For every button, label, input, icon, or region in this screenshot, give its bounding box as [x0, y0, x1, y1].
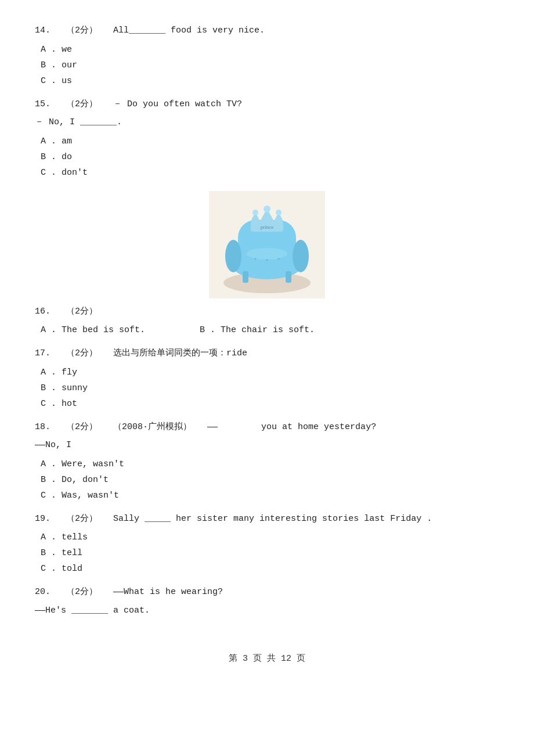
chair-image-container: prince + + +: [35, 191, 499, 298]
q19-option-b: B . tell: [41, 545, 499, 561]
q17-option-a-label: A .: [41, 368, 56, 377]
q17-option-c-label: C .: [41, 399, 56, 409]
q14-number: 14.: [35, 26, 50, 35]
question-20-title: 20. （2分） ——What is he wearing?: [35, 585, 499, 600]
question-18-title: 18. （2分） （2008·广州模拟） —— you at home yest…: [35, 420, 499, 435]
q19-number: 19.: [35, 514, 50, 524]
svg-rect-20: [286, 271, 291, 283]
q19-option-b-text: tell: [62, 548, 82, 558]
q17-text: 选出与所给单词同类的一项：ride: [113, 348, 247, 358]
q15-option-b-text: do: [62, 152, 72, 162]
q17-option-b-label: B .: [41, 383, 56, 393]
q15-subtext: － No, I _______.: [35, 117, 122, 127]
q14-option-a-text: we: [62, 45, 72, 55]
q18-option-a: A . Were, wasn't: [41, 456, 499, 472]
q16-number: 16.: [35, 307, 50, 316]
q15-option-c: C . don't: [41, 165, 499, 181]
q16-option-b: B . The chair is soft.: [200, 322, 315, 338]
q18-option-a-label: A .: [41, 459, 56, 469]
svg-point-6: [293, 240, 309, 272]
svg-point-13: [276, 210, 282, 215]
q18-number: 18.: [35, 422, 50, 432]
q17-option-b-text: sunny: [62, 383, 88, 393]
q18-option-b-label: B .: [41, 475, 56, 485]
question-16: 16. （2分） A . The bed is soft. B . The ch…: [35, 304, 499, 339]
q15-option-a-label: A .: [41, 136, 56, 146]
q15-option-c-text: don't: [62, 168, 88, 178]
question-17: 17. （2分） 选出与所给单词同类的一项：ride A . fly B . s…: [35, 346, 499, 412]
q18-option-c-label: C .: [41, 491, 56, 501]
question-20-subtext: ——He's _______ a coat.: [35, 603, 499, 618]
q14-option-b-text: our: [62, 60, 77, 70]
q19-text: Sally _____ her sister many interesting …: [113, 514, 432, 524]
question-14-title: 14. （2分） All_______ food is very nice.: [35, 23, 499, 38]
q19-option-a-label: A .: [41, 532, 56, 542]
q19-points: （2分）: [66, 514, 98, 524]
q19-option-b-label: B .: [41, 548, 56, 558]
q18-option-a-text: Were, wasn't: [62, 459, 124, 469]
q15-number: 15.: [35, 99, 50, 109]
q18-extra: （2008·广州模拟）: [113, 422, 192, 432]
q14-option-b-label: B .: [41, 60, 56, 70]
svg-point-11: [252, 210, 258, 215]
q14-option-a: A . we: [41, 42, 499, 57]
q17-points: （2分）: [66, 348, 98, 358]
q14-option-a-label: A .: [41, 45, 56, 55]
q14-option-b: B . our: [41, 57, 499, 73]
q14-option-c-text: us: [62, 76, 72, 86]
question-20: 20. （2分） ——What is he wearing? ——He's __…: [35, 585, 499, 618]
question-19-title: 19. （2分） Sally _____ her sister many int…: [35, 512, 499, 527]
question-15-subtext: － No, I _______.: [35, 115, 499, 130]
q17-option-a-text: fly: [62, 368, 77, 377]
question-16-title: 16. （2分）: [35, 304, 499, 319]
question-19: 19. （2分） Sally _____ her sister many int…: [35, 512, 499, 577]
q20-subtext: ——He's _______ a coat.: [35, 606, 150, 615]
question-14: 14. （2分） All_______ food is very nice. A…: [35, 23, 499, 89]
q17-number: 17.: [35, 348, 50, 358]
q14-text: All_______ food is very nice.: [113, 26, 265, 35]
q16-option-a-label: A .: [41, 325, 56, 335]
q17-option-c: C . hot: [41, 396, 499, 412]
svg-text:prince: prince: [261, 224, 274, 230]
svg-point-5: [225, 240, 241, 272]
q20-text: ——What is he wearing?: [113, 587, 223, 597]
q19-option-a: A . tells: [41, 530, 499, 545]
q15-option-b-label: B .: [41, 152, 56, 162]
q17-option-a: A . fly: [41, 365, 499, 380]
q14-points: （2分）: [66, 26, 98, 35]
svg-point-12: [264, 206, 270, 213]
q16-option-b-text: The chair is soft.: [221, 325, 315, 335]
q19-option-a-text: tells: [62, 532, 88, 542]
q15-option-a-text: am: [62, 136, 72, 146]
q15-option-b: B . do: [41, 149, 499, 165]
q16-option-b-label: B .: [200, 325, 215, 335]
question-18-subtext: ——No, I: [35, 438, 499, 453]
q15-points: （2分）: [66, 99, 98, 109]
q14-option-c: C . us: [41, 73, 499, 89]
footer-text: 第 3 页 共 12 页: [229, 654, 305, 664]
q14-option-c-label: C .: [41, 76, 56, 86]
q19-option-c-label: C .: [41, 564, 56, 574]
q19-option-c: C . told: [41, 561, 499, 577]
q15-option-c-label: C .: [41, 168, 56, 178]
svg-rect-19: [243, 271, 248, 283]
q18-points: （2分）: [66, 422, 98, 432]
question-15: 15. （2分） － Do you often watch TV? － No, …: [35, 97, 499, 181]
question-15-title: 15. （2分） － Do you often watch TV?: [35, 97, 499, 112]
q16-points: （2分）: [66, 307, 98, 316]
q19-option-c-text: told: [62, 564, 82, 574]
page-footer: 第 3 页 共 12 页: [35, 653, 499, 664]
q15-text: － Do you often watch TV?: [113, 99, 242, 109]
q18-option-c: C . Was, wasn't: [41, 488, 499, 503]
q18-option-b-text: Do, don't: [62, 475, 109, 485]
chair-image: prince + + +: [209, 191, 325, 298]
q18-option-c-text: Was, wasn't: [62, 491, 119, 501]
q20-number: 20.: [35, 587, 50, 597]
q18-subtext: ——No, I: [35, 440, 71, 450]
q16-option-a: A . The bed is soft.: [41, 322, 145, 338]
question-18: 18. （2分） （2008·广州模拟） —— you at home yest…: [35, 420, 499, 503]
q17-option-c-text: hot: [62, 399, 77, 409]
q15-option-a: A . am: [41, 134, 499, 149]
question-17-title: 17. （2分） 选出与所给单词同类的一项：ride: [35, 346, 499, 361]
q20-points: （2分）: [66, 587, 98, 597]
